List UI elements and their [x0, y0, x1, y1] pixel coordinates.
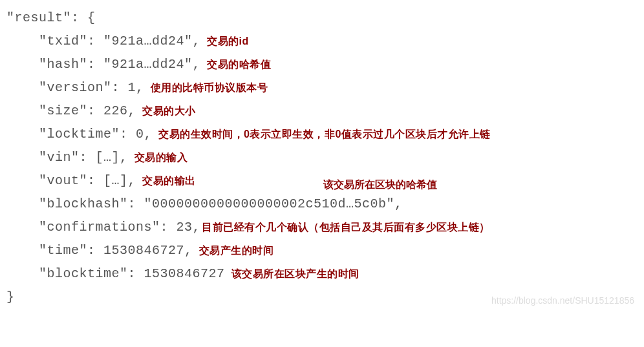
- line-locktime: "locktime": 0, 交易的生效时间，0表示立即生效，非0值表示过几个区…: [6, 123, 638, 146]
- annotation-vin: 交易的输入: [134, 149, 188, 167]
- line-vin: "vin": […], 交易的输入: [6, 146, 638, 169]
- code-confirmations: "confirmations": 23,: [6, 216, 200, 239]
- line-version: "version": 1, 使用的比特币协议版本号: [6, 76, 638, 100]
- line-size: "size": 226, 交易的大小: [6, 100, 638, 123]
- code-result-close: }: [6, 286, 15, 309]
- code-hash: "hash": "921a…dd24",: [6, 53, 200, 76]
- annotation-blockhash: 该交易所在区块的哈希值: [323, 176, 437, 195]
- code-txid: "txid": "921a…dd24",: [6, 30, 200, 53]
- line-vout: "vout": […], 交易的输出: [6, 169, 638, 193]
- watermark: https://blog.csdn.net/SHU15121856: [491, 293, 634, 309]
- annotation-confirmations: 目前已经有个几个确认（包括自己及其后面有多少区块上链）: [202, 218, 490, 237]
- code-result-open: "result": {: [6, 6, 96, 30]
- code-version: "version": 1,: [6, 76, 144, 100]
- line-txid: "txid": "921a…dd24", 交易的id: [6, 30, 638, 53]
- line-result-open: "result": {: [6, 6, 638, 30]
- line-blocktime: "blocktime": 1530846727 该交易所在区块产生的时间: [6, 262, 638, 286]
- code-size: "size": 226,: [6, 100, 136, 123]
- line-time: "time": 1530846727, 交易产生的时间: [6, 239, 638, 262]
- annotation-blocktime: 该交易所在区块产生的时间: [231, 265, 360, 284]
- code-vout: "vout": […],: [6, 169, 136, 193]
- code-locktime: "locktime": 0,: [6, 123, 152, 146]
- annotation-version: 使用的比特币协议版本号: [151, 79, 268, 98]
- line-confirmations: "confirmations": 23, 目前已经有个几个确认（包括自己及其后面…: [6, 216, 638, 239]
- code-blockhash: "blockhash": "0000000000000000002c510d…5…: [6, 193, 403, 216]
- line-hash: "hash": "921a…dd24", 交易的哈希值: [6, 53, 638, 76]
- annotation-size: 交易的大小: [142, 102, 196, 121]
- annotation-vout: 交易的输出: [142, 172, 196, 191]
- code-blocktime: "blocktime": 1530846727: [6, 262, 225, 286]
- annotation-time: 交易产生的时间: [199, 242, 274, 260]
- code-vin: "vin": […],: [6, 146, 128, 169]
- annotation-hash: 交易的哈希值: [207, 56, 271, 74]
- line-blockhash: "blockhash": "0000000000000000002c510d…5…: [6, 193, 638, 216]
- code-time: "time": 1530846727,: [6, 239, 193, 262]
- annotation-locktime: 交易的生效时间，0表示立即生效，非0值表示过几个区块后才允许上链: [158, 125, 491, 144]
- annotation-txid: 交易的id: [207, 32, 249, 51]
